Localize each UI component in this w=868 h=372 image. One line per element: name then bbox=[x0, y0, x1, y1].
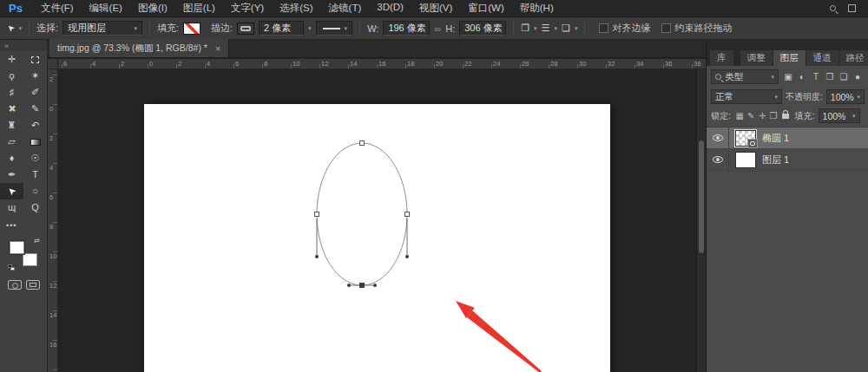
menu-item[interactable]: 图像(I) bbox=[130, 2, 175, 15]
horizontal-ruler: 6420246810121416182022242628303234363840 bbox=[58, 59, 706, 69]
ruler-label: 8 bbox=[49, 223, 53, 231]
red-arrow-annotation bbox=[456, 301, 542, 372]
stroke-swatch[interactable] bbox=[237, 23, 254, 35]
search-icon[interactable] bbox=[830, 5, 836, 11]
lock-transparency-icon[interactable]: ▦ bbox=[734, 111, 746, 121]
filter-toggle-icon[interactable]: ● bbox=[851, 70, 865, 84]
healing-brush-tool[interactable]: ✚ bbox=[0, 101, 23, 117]
workspace-switcher-icon[interactable] bbox=[848, 4, 856, 12]
dodge-tool[interactable]: ☉ bbox=[23, 150, 47, 166]
layer-fill-field[interactable]: 100% bbox=[819, 108, 860, 123]
menu-item[interactable]: 文字(Y) bbox=[223, 2, 272, 15]
brush-tool[interactable]: ✎ bbox=[23, 101, 47, 117]
gradient-tool[interactable] bbox=[23, 134, 47, 150]
vertical-scrollbar[interactable] bbox=[696, 59, 706, 372]
path-selection-tool[interactable]: ➤ bbox=[0, 183, 23, 199]
lock-artboard-icon[interactable]: ❒ bbox=[768, 111, 779, 121]
menu-item[interactable]: 图层(L) bbox=[175, 2, 223, 15]
opacity-field[interactable]: 100% bbox=[826, 89, 865, 104]
crop-tool[interactable]: ♯ bbox=[0, 84, 23, 101]
link-dimensions-icon[interactable]: ∞ bbox=[434, 23, 441, 34]
ellipse-tool[interactable]: ○ bbox=[23, 183, 47, 199]
background-color-swatch[interactable] bbox=[23, 253, 37, 266]
type-tool[interactable]: T bbox=[23, 166, 47, 183]
smart-object-filter-icon[interactable]: ❏ bbox=[837, 70, 851, 84]
ellipse-path[interactable] bbox=[315, 141, 410, 288]
layer-thumbnail[interactable] bbox=[735, 130, 756, 147]
menu-item[interactable]: 视图(V) bbox=[411, 2, 460, 15]
path-alignment-icon[interactable]: ☰ bbox=[542, 23, 550, 34]
panel-tab-库[interactable]: 库 bbox=[710, 50, 733, 66]
close-icon[interactable]: × bbox=[215, 43, 220, 54]
lock-position-icon[interactable]: ✛ bbox=[757, 111, 768, 121]
screen-mode-button[interactable] bbox=[26, 280, 40, 290]
menu-item[interactable]: 滤镜(T) bbox=[321, 2, 370, 15]
snap-edges-checkbox[interactable] bbox=[599, 23, 608, 33]
shape-height-field[interactable]: 306 像素 bbox=[459, 21, 506, 36]
fill-swatch-none[interactable] bbox=[183, 23, 201, 35]
swap-colors-icon[interactable]: ⇄ bbox=[34, 237, 40, 245]
document-tab[interactable]: timg.jpg @ 73.3% (椭圆 1, RGB/8#) * × bbox=[49, 39, 229, 57]
move-tool[interactable]: ✛ bbox=[0, 51, 23, 68]
layer-filter-dropdown[interactable]: 类型 bbox=[711, 69, 779, 84]
constrain-path-option[interactable]: 约束路径拖动 bbox=[661, 22, 732, 35]
ruler-label: 12 bbox=[321, 60, 328, 68]
default-colors-icon[interactable] bbox=[8, 264, 15, 271]
constrain-path-checkbox[interactable] bbox=[661, 23, 671, 33]
document-canvas[interactable] bbox=[144, 104, 610, 372]
foreground-color-swatch[interactable] bbox=[10, 241, 24, 254]
hand-tool[interactable]: ɰ bbox=[0, 199, 23, 216]
clone-stamp-tool[interactable]: ♜ bbox=[0, 117, 23, 134]
stroke-width-field[interactable]: 2 像素 bbox=[259, 21, 304, 36]
pen-tool[interactable]: ✒ bbox=[0, 166, 23, 183]
lock-pixels-icon[interactable]: ✎ bbox=[746, 111, 757, 121]
path-operations-icon[interactable]: ❐ bbox=[521, 23, 529, 34]
pixel-layer-filter-icon[interactable]: ▣ bbox=[781, 70, 795, 84]
blend-mode-dropdown[interactable]: 正常 bbox=[711, 89, 782, 104]
menu-item[interactable]: 帮助(H) bbox=[512, 2, 562, 15]
panel-tab-路径[interactable]: 路径 bbox=[839, 50, 868, 66]
canvas-column: timg.jpg @ 73.3% (椭圆 1, RGB/8#) * × 6420… bbox=[48, 40, 706, 372]
marquee-tool[interactable] bbox=[23, 51, 47, 68]
shape-layer-filter-icon[interactable]: ❒ bbox=[823, 70, 837, 84]
quick-mask-button[interactable] bbox=[8, 280, 22, 290]
layer-row[interactable]: 图层 1 bbox=[707, 149, 868, 171]
lock-all-icon[interactable] bbox=[782, 114, 789, 119]
stroke-width-chevron-icon[interactable] bbox=[308, 25, 312, 32]
panel-tab-图层[interactable]: 图层 bbox=[773, 50, 806, 66]
ruler-label: 6 bbox=[49, 193, 53, 201]
history-brush-tool[interactable]: ↶ bbox=[23, 117, 47, 134]
type-layer-filter-icon[interactable]: T bbox=[809, 70, 823, 84]
move-tool-icon: ✛ bbox=[8, 55, 16, 64]
ruler-label: 4 bbox=[207, 60, 210, 68]
toolbar-collapse-button[interactable]: « bbox=[0, 40, 47, 51]
layer-visibility-cell[interactable] bbox=[707, 149, 729, 170]
menu-item[interactable]: 窗口(W) bbox=[460, 2, 512, 15]
eyedropper-tool[interactable]: ✐ bbox=[23, 84, 47, 101]
pasteboard[interactable] bbox=[58, 69, 706, 372]
select-mode-dropdown[interactable]: 现用图层 bbox=[62, 21, 142, 36]
menu-item[interactable]: 3D(D) bbox=[369, 2, 411, 15]
layer-thumbnail[interactable] bbox=[735, 152, 756, 168]
layer-row[interactable]: 椭圆 1 bbox=[707, 127, 868, 149]
adjustment-layer-filter-icon[interactable]: ◐ bbox=[795, 70, 809, 84]
layer-visibility-cell[interactable] bbox=[707, 127, 729, 148]
blur-tool[interactable]: ♦ bbox=[0, 150, 23, 166]
scrollbar-thumb[interactable] bbox=[699, 140, 704, 253]
panel-tab-调整[interactable]: 调整 bbox=[740, 50, 773, 66]
ruler-label: 28 bbox=[550, 60, 557, 68]
shape-width-field[interactable]: 196 像素 bbox=[383, 21, 430, 36]
menu-item[interactable]: 编辑(E) bbox=[82, 2, 130, 15]
tool-preset-chevron-icon[interactable] bbox=[18, 25, 22, 32]
panel-tab-通道[interactable]: 通道 bbox=[806, 50, 838, 66]
menu-item[interactable]: 选择(S) bbox=[272, 2, 320, 15]
eraser-tool[interactable]: ▱ bbox=[0, 134, 23, 150]
snap-edges-option[interactable]: 对齐边缘 bbox=[599, 22, 650, 35]
magic-wand-tool[interactable]: ✶ bbox=[23, 68, 47, 84]
zoom-tool[interactable]: Q bbox=[23, 199, 47, 216]
edit-toolbar-button[interactable]: ••• bbox=[0, 216, 47, 230]
stroke-type-dropdown[interactable] bbox=[316, 21, 353, 36]
lasso-tool[interactable]: ϙ bbox=[0, 68, 23, 84]
path-arrangement-icon[interactable]: ❏ bbox=[562, 23, 570, 34]
menu-item[interactable]: 文件(F) bbox=[33, 2, 82, 15]
